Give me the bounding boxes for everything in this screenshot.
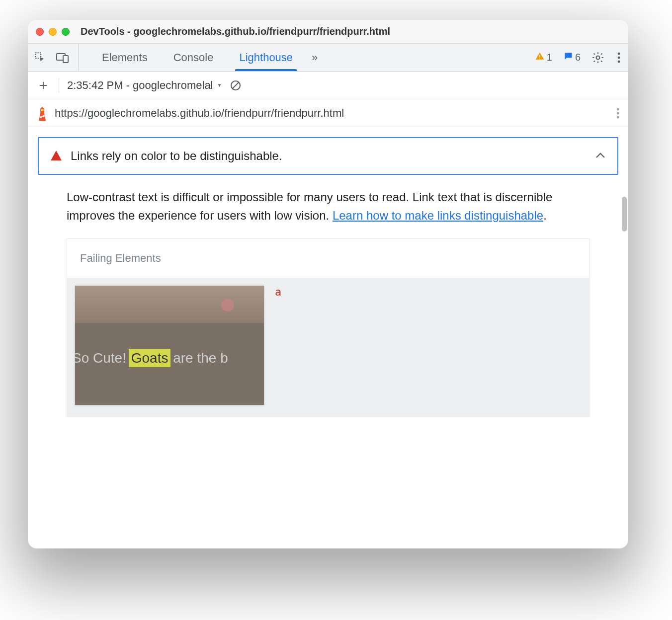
divider bbox=[59, 78, 59, 92]
more-vert-icon[interactable] bbox=[615, 52, 622, 63]
svg-point-8 bbox=[618, 60, 620, 63]
panel-tabs: Elements Console Lighthouse » bbox=[89, 44, 324, 71]
report-more-vert-icon[interactable] bbox=[616, 108, 619, 119]
audit-description: Low-contrast text is difficult or imposs… bbox=[35, 188, 621, 238]
message-count-badge[interactable]: 6 bbox=[563, 51, 581, 64]
report-content: Links rely on color to be distinguishabl… bbox=[28, 127, 628, 548]
dropdown-caret-icon: ▼ bbox=[217, 82, 222, 88]
lighthouse-icon bbox=[37, 107, 48, 120]
report-select-label: 2:35:42 PM - googlechromelal bbox=[67, 79, 213, 92]
svg-rect-3 bbox=[539, 55, 540, 57]
warning-count-badge[interactable]: 1 bbox=[535, 51, 552, 64]
tab-strip: Elements Console Lighthouse » 1 6 bbox=[28, 44, 628, 72]
device-toggle-icon[interactable] bbox=[56, 52, 70, 64]
thumb-text-post: are the b bbox=[169, 350, 228, 366]
chevron-right-double-icon: » bbox=[312, 51, 318, 64]
warning-triangle-icon bbox=[535, 51, 545, 64]
clear-icon[interactable] bbox=[230, 79, 242, 91]
audit-description-post: . bbox=[543, 209, 547, 222]
svg-point-12 bbox=[617, 108, 619, 110]
chevron-up-icon bbox=[595, 152, 605, 160]
inspect-element-icon[interactable] bbox=[34, 51, 47, 64]
scrollbar-thumb[interactable] bbox=[622, 197, 627, 232]
message-count: 6 bbox=[575, 52, 581, 63]
svg-rect-11 bbox=[41, 109, 44, 111]
audit-title: Links rely on color to be distinguishabl… bbox=[71, 149, 587, 163]
audit-card[interactable]: Links rely on color to be distinguishabl… bbox=[38, 137, 618, 175]
report-url: https://googlechromelabs.github.io/frien… bbox=[55, 107, 344, 120]
tab-lighthouse[interactable]: Lighthouse bbox=[226, 44, 306, 71]
report-select[interactable]: 2:35:42 PM - googlechromelal ▼ bbox=[67, 79, 222, 92]
failing-element-tag[interactable]: a bbox=[275, 286, 281, 298]
window-title: DevTools - googlechromelabs.github.io/fr… bbox=[81, 26, 390, 37]
report-url-bar: https://googlechromelabs.github.io/frien… bbox=[28, 99, 628, 127]
error-triangle-icon bbox=[51, 150, 62, 162]
failing-element-thumbnail[interactable]: So Cute! Goats are the b bbox=[75, 286, 264, 405]
svg-point-13 bbox=[617, 112, 619, 114]
learn-more-link[interactable]: Learn how to make links distinguishable bbox=[333, 209, 543, 222]
tab-console[interactable]: Console bbox=[161, 44, 227, 71]
tab-elements[interactable]: Elements bbox=[89, 44, 161, 71]
svg-point-5 bbox=[596, 56, 600, 59]
svg-rect-2 bbox=[63, 56, 68, 63]
svg-point-14 bbox=[617, 116, 619, 118]
svg-point-6 bbox=[618, 52, 620, 55]
failing-elements-section: Failing Elements So Cute! Goats are the … bbox=[67, 238, 589, 417]
maximize-window-button[interactable] bbox=[62, 28, 70, 36]
new-report-button[interactable] bbox=[36, 80, 51, 91]
thumb-text-pre: So Cute! bbox=[75, 350, 130, 366]
minimize-window-button[interactable] bbox=[49, 28, 57, 36]
lighthouse-toolbar: 2:35:42 PM - googlechromelal ▼ bbox=[28, 72, 628, 99]
devtools-window: DevTools - googlechromelabs.github.io/fr… bbox=[28, 20, 628, 548]
warning-count: 1 bbox=[547, 52, 552, 63]
title-bar: DevTools - googlechromelabs.github.io/fr… bbox=[28, 20, 628, 44]
tabs-overflow-button[interactable]: » bbox=[306, 44, 324, 71]
message-icon bbox=[563, 51, 573, 64]
traffic-lights bbox=[36, 28, 70, 36]
failing-elements-heading: Failing Elements bbox=[67, 239, 589, 278]
svg-rect-4 bbox=[539, 58, 540, 59]
svg-point-7 bbox=[618, 56, 620, 59]
close-window-button[interactable] bbox=[36, 28, 44, 36]
thumb-text-highlight: Goats bbox=[130, 350, 169, 366]
failing-elements-body: So Cute! Goats are the b a bbox=[67, 278, 589, 417]
settings-gear-icon[interactable] bbox=[591, 51, 604, 64]
